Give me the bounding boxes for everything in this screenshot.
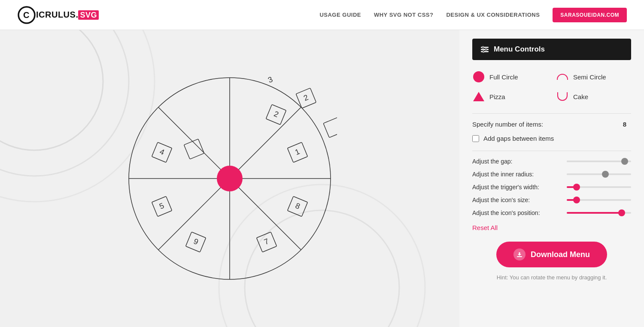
slider-inner-radius-thumb[interactable] — [602, 171, 609, 178]
semi-circle-label: Semi Circle — [573, 73, 606, 81]
pizza-label: Pizza — [489, 93, 505, 100]
panel-header: Menu Controls — [472, 39, 631, 60]
slider-icon-position: Adjust the icon's position: — [472, 209, 631, 216]
slider-icon-position-track[interactable] — [567, 212, 631, 214]
slider-inner-radius: Adjust the inner radius: — [472, 171, 631, 178]
svg-text:5: 5 — [158, 201, 165, 211]
shape-semi-circle[interactable]: Semi Circle — [556, 70, 631, 83]
num-items-row: Specify number of items: 8 — [472, 121, 631, 128]
full-circle-label: Full Circle — [489, 73, 518, 81]
reset-all-link[interactable]: Reset All — [472, 224, 498, 231]
num-items-label: Specify number of items: — [472, 121, 615, 128]
num-items-value: 8 — [618, 121, 631, 128]
svg-point-3 — [0, 30, 129, 176]
hint-text: Hint: You can rotate the menu by draggin… — [472, 274, 631, 281]
svg-text:8: 8 — [294, 201, 301, 211]
shape-options: Full Circle Semi Circle Pizza Cake — [472, 70, 631, 103]
semi-circle-icon — [556, 70, 569, 83]
nav-design-ux[interactable]: DESIGN & UX CONSIDERATIONS — [446, 12, 540, 18]
slider-gap-label: Adjust the gap: — [472, 158, 567, 165]
svg-text:2: 2 — [273, 109, 280, 119]
main-nav: USAGE GUIDE WHY SVG NOT CSS? DESIGN & UX… — [319, 8, 627, 22]
svg-point-37 — [217, 166, 243, 191]
slider-icon-size-thumb[interactable] — [573, 197, 580, 203]
svg-text:4: 4 — [158, 147, 166, 157]
logo-cicrulus: ICRULUS. — [36, 10, 78, 19]
divider-2 — [472, 151, 631, 151]
panel-title: Menu Controls — [494, 45, 545, 54]
main-content: 2 1 1 2 — [0, 30, 644, 327]
pizza-icon — [472, 90, 485, 103]
slider-icon-size-label: Adjust the icon's size: — [472, 197, 567, 203]
svg-rect-40 — [481, 51, 489, 52]
slider-icon-position-label: Adjust the icon's position: — [472, 209, 567, 216]
slider-icon-position-thumb[interactable] — [618, 209, 625, 216]
svg-text:2: 2 — [302, 93, 310, 103]
svg-text:C: C — [23, 10, 29, 20]
logo-text: ICRULUS.SVG — [36, 10, 99, 20]
slider-inner-radius-label: Adjust the inner radius: — [472, 171, 567, 178]
add-gaps-checkbox[interactable] — [472, 135, 479, 142]
circle-area: 2 1 1 2 — [0, 30, 459, 327]
slider-gap: Adjust the gap: — [472, 158, 631, 165]
svg-rect-25 — [184, 139, 204, 159]
slider-trigger-track[interactable] — [567, 186, 631, 188]
slider-trigger-thumb[interactable] — [573, 184, 580, 191]
logo-icon: C — [17, 6, 36, 24]
download-button[interactable]: Download Menu — [496, 242, 607, 267]
svg-rect-16 — [323, 118, 337, 138]
svg-rect-44 — [517, 256, 522, 257]
nav-usage-guide[interactable]: USAGE GUIDE — [319, 12, 361, 18]
svg-text:9: 9 — [192, 237, 200, 246]
svg-point-2 — [0, 30, 103, 150]
download-icon — [513, 248, 526, 260]
svg-line-15 — [158, 107, 230, 179]
svg-line-13 — [158, 179, 230, 250]
svg-point-41 — [482, 46, 484, 48]
slider-gap-track[interactable] — [567, 160, 631, 162]
slider-trigger-width: Adjust the trigger's width: — [472, 184, 631, 191]
logo-svg: SVG — [78, 10, 99, 20]
download-label: Download Menu — [531, 250, 590, 259]
logo: C ICRULUS.SVG — [17, 6, 99, 24]
cake-label: Cake — [573, 93, 588, 100]
divider-1 — [472, 113, 631, 114]
controls-icon — [480, 45, 489, 54]
slider-icon-size: Adjust the icon's size: — [472, 197, 631, 203]
svg-text:1: 1 — [294, 147, 301, 157]
slider-icon-size-track[interactable] — [567, 199, 631, 201]
nav-why-svg[interactable]: WHY SVG NOT CSS? — [374, 12, 434, 18]
slider-gap-thumb[interactable] — [621, 158, 628, 165]
shape-pizza[interactable]: Pizza — [472, 90, 547, 103]
shape-full-circle[interactable]: Full Circle — [472, 70, 547, 83]
shape-cake[interactable]: Cake — [556, 90, 631, 103]
svg-rect-39 — [481, 49, 489, 50]
nav-sarasoueidan[interactable]: SARASOUEIDAN.COM — [553, 8, 627, 22]
svg-text:3: 3 — [267, 75, 274, 85]
controls-panel: Menu Controls Full Circle Semi Circle — [459, 30, 644, 327]
header: C ICRULUS.SVG USAGE GUIDE WHY SVG NOT CS… — [0, 0, 644, 30]
sliders-container: Adjust the gap: Adjust the inner radius:… — [472, 158, 631, 216]
cake-icon — [556, 90, 569, 103]
add-gaps-row: Add gaps between items — [472, 135, 631, 142]
download-section: Download Menu Hint: You can rotate the m… — [472, 242, 631, 281]
full-circle-icon — [472, 70, 485, 83]
circle-menu[interactable]: 2 1 1 2 — [122, 71, 337, 286]
slider-inner-radius-track[interactable] — [567, 173, 631, 175]
svg-point-43 — [483, 51, 484, 52]
svg-text:7: 7 — [263, 237, 270, 246]
svg-point-42 — [485, 48, 487, 50]
slider-trigger-label: Adjust the trigger's width: — [472, 184, 567, 191]
add-gaps-label[interactable]: Add gaps between items — [483, 135, 554, 142]
svg-line-9 — [230, 107, 301, 179]
